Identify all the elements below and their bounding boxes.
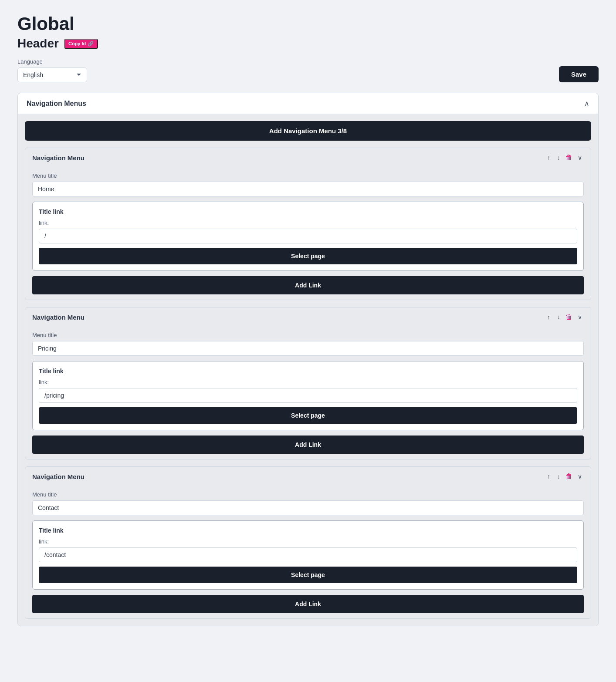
delete-icon-1[interactable]: 🗑 xyxy=(565,154,572,162)
menu-title-input-1[interactable] xyxy=(32,182,584,196)
language-label: Language xyxy=(17,58,87,65)
move-down-icon-3[interactable]: ↓ xyxy=(555,472,562,481)
page-title: Global xyxy=(17,13,599,35)
menu-title-label-3: Menu title xyxy=(32,491,584,498)
move-up-icon-3[interactable]: ↑ xyxy=(545,472,552,481)
language-group: Language English French Spanish German xyxy=(17,58,87,82)
nav-menu-item-3-body: Menu title Title link link: Select page … xyxy=(25,486,591,618)
nav-menu-item-2: Navigation Menu ↑ ↓ 🗑 ∨ Menu title Title… xyxy=(25,307,591,459)
move-up-icon-2[interactable]: ↑ xyxy=(545,313,552,321)
title-link-box-1: Title link link: Select page xyxy=(32,202,584,271)
language-select[interactable]: English French Spanish German xyxy=(17,68,87,82)
add-link-button-2[interactable]: Add Link xyxy=(32,436,584,454)
link-field-group-3: link: xyxy=(39,538,577,562)
move-down-icon-1[interactable]: ↓ xyxy=(555,153,562,162)
menu-title-group-2: Menu title xyxy=(32,332,584,356)
add-navigation-menu-button[interactable]: Add Navigation Menu 3/8 xyxy=(25,121,591,141)
delete-icon-2[interactable]: 🗑 xyxy=(565,313,572,321)
nav-menu-item-2-body: Menu title Title link link: Select page … xyxy=(25,327,591,459)
header-row: Header Copy Id 🔗 xyxy=(17,37,599,51)
nav-menu-item-3: Navigation Menu ↑ ↓ 🗑 ∨ Menu title Title… xyxy=(25,466,591,619)
menu-title-group-1: Menu title xyxy=(32,172,584,196)
language-save-row: Language English French Spanish German S… xyxy=(17,58,599,82)
nav-menus-body: Add Navigation Menu 3/8 Navigation Menu … xyxy=(18,114,598,626)
nav-menu-item-1-actions: ↑ ↓ 🗑 ∨ xyxy=(545,153,584,162)
link-field-group-2: link: xyxy=(39,379,577,403)
nav-menu-item-3-actions: ↑ ↓ 🗑 ∨ xyxy=(545,472,584,481)
select-page-button-2[interactable]: Select page xyxy=(39,407,577,424)
chevron-down-icon-2[interactable]: ∨ xyxy=(576,313,584,321)
select-page-button-3[interactable]: Select page xyxy=(39,567,577,583)
nav-menus-container: Navigation Menus ∧ Add Navigation Menu 3… xyxy=(17,93,599,626)
nav-menu-item-2-header: Navigation Menu ↑ ↓ 🗑 ∨ xyxy=(25,307,591,327)
link-field-group-1: link: xyxy=(39,219,577,243)
menu-title-label-1: Menu title xyxy=(32,172,584,179)
nav-menu-item-2-actions: ↑ ↓ 🗑 ∨ xyxy=(545,313,584,321)
copy-id-icon: 🔗 xyxy=(88,41,94,47)
nav-menus-collapse-icon[interactable]: ∧ xyxy=(584,99,589,108)
link-label-2: link: xyxy=(39,379,577,385)
link-input-3[interactable] xyxy=(39,547,577,562)
move-up-icon-1[interactable]: ↑ xyxy=(545,153,552,162)
link-input-2[interactable] xyxy=(39,388,577,403)
nav-menu-item-3-header: Navigation Menu ↑ ↓ 🗑 ∨ xyxy=(25,467,591,486)
title-link-heading-1: Title link xyxy=(39,208,577,215)
title-link-box-2: Title link link: Select page xyxy=(32,361,584,430)
save-button[interactable]: Save xyxy=(559,66,599,82)
select-page-button-1[interactable]: Select page xyxy=(39,248,577,264)
add-link-button-1[interactable]: Add Link xyxy=(32,276,584,294)
link-input-1[interactable] xyxy=(39,229,577,243)
link-label-1: link: xyxy=(39,219,577,226)
title-link-heading-2: Title link xyxy=(39,368,577,375)
nav-menu-item-1-header: Navigation Menu ↑ ↓ 🗑 ∨ xyxy=(25,148,591,167)
nav-menu-item-1-body: Menu title Title link link: Select page … xyxy=(25,167,591,300)
move-down-icon-2[interactable]: ↓ xyxy=(555,313,562,321)
nav-menus-section-title: Navigation Menus xyxy=(27,100,86,108)
menu-title-input-3[interactable] xyxy=(32,500,584,515)
nav-menus-header: Navigation Menus ∧ xyxy=(18,93,598,114)
copy-id-button[interactable]: Copy Id 🔗 xyxy=(64,39,98,49)
chevron-down-icon-3[interactable]: ∨ xyxy=(576,472,584,481)
chevron-down-icon-1[interactable]: ∨ xyxy=(576,153,584,162)
menu-title-group-3: Menu title xyxy=(32,491,584,515)
link-label-3: link: xyxy=(39,538,577,545)
nav-menu-item-1-title: Navigation Menu xyxy=(32,154,85,162)
nav-menu-item-1: Navigation Menu ↑ ↓ 🗑 ∨ Menu title Title… xyxy=(25,148,591,300)
header-subtitle: Header xyxy=(17,37,59,51)
title-link-box-3: Title link link: Select page xyxy=(32,520,584,590)
title-link-heading-3: Title link xyxy=(39,527,577,534)
nav-menu-item-2-title: Navigation Menu xyxy=(32,314,85,321)
copy-id-label: Copy Id xyxy=(68,41,86,46)
nav-menu-item-3-title: Navigation Menu xyxy=(32,473,85,480)
delete-icon-3[interactable]: 🗑 xyxy=(565,473,572,480)
menu-title-input-2[interactable] xyxy=(32,341,584,356)
add-link-button-3[interactable]: Add Link xyxy=(32,595,584,613)
menu-title-label-2: Menu title xyxy=(32,332,584,338)
